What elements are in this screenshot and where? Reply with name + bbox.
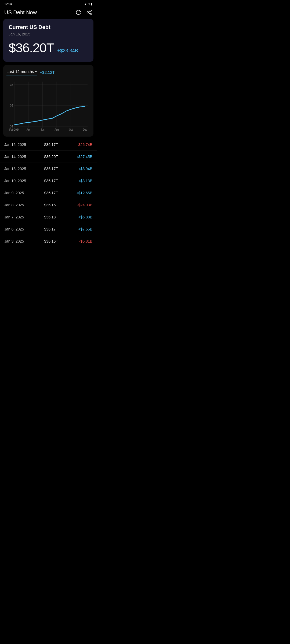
row-date: Jan 8, 2025 bbox=[4, 203, 37, 207]
status-bar: 12:04 ▲ □ ▮ bbox=[0, 0, 97, 7]
refresh-button[interactable] bbox=[75, 9, 82, 16]
chart-period-change: +$2.12T bbox=[40, 70, 55, 75]
table-row: Jan 10, 2025 $36.17T +$3.13B bbox=[0, 175, 97, 187]
svg-text:36: 36 bbox=[10, 104, 13, 107]
table-row: Jan 8, 2025 $36.15T -$24.93B bbox=[0, 199, 97, 211]
svg-text:Apr: Apr bbox=[27, 128, 30, 131]
table-row: Jan 9, 2025 $36.17T +$12.65B bbox=[0, 187, 97, 199]
data-table: Jan 15, 2025 $36.17T -$26.74B Jan 14, 20… bbox=[0, 139, 97, 247]
svg-line-3 bbox=[88, 13, 90, 14]
debt-card-date: Jan 16, 2025 bbox=[9, 32, 88, 36]
row-change: +$6.88B bbox=[65, 215, 93, 219]
table-row: Jan 7, 2025 $36.18T +$6.88B bbox=[0, 211, 97, 223]
chart-card: Last 12 months ▾ +$2.12T 38 36 34 Feb 20 bbox=[3, 65, 93, 137]
app-bar-actions bbox=[75, 9, 92, 16]
app-title: US Debt Now bbox=[4, 9, 37, 16]
debt-chart: 38 36 34 Feb 2024 Apr Jun Aug Oct Dec bbox=[6, 79, 90, 132]
status-time: 12:04 bbox=[4, 2, 12, 6]
status-icons: ▲ □ ▮ bbox=[84, 2, 92, 6]
row-date: Jan 7, 2025 bbox=[4, 215, 37, 219]
table-row: Jan 15, 2025 $36.17T -$26.74B bbox=[0, 139, 97, 151]
signal-icon: ▲ bbox=[84, 2, 87, 6]
row-date: Jan 3, 2025 bbox=[4, 239, 37, 243]
row-date: Jan 6, 2025 bbox=[4, 227, 37, 231]
debt-amount: $36.20T bbox=[9, 41, 54, 55]
table-row: Jan 14, 2025 $36.20T +$27.45B bbox=[0, 151, 97, 163]
row-amount: $36.18T bbox=[37, 215, 65, 219]
time-selector-label: Last 12 months bbox=[6, 69, 34, 74]
row-change: +$7.65B bbox=[65, 227, 93, 231]
svg-text:38: 38 bbox=[10, 83, 13, 86]
svg-text:Dec: Dec bbox=[83, 128, 87, 131]
debt-amount-row: $36.20T +$23.34B bbox=[9, 41, 88, 55]
debt-card: Current US Debt Jan 16, 2025 $36.20T +$2… bbox=[3, 19, 93, 62]
row-amount: $36.20T bbox=[37, 155, 65, 159]
svg-text:Aug: Aug bbox=[55, 128, 59, 131]
svg-text:Oct: Oct bbox=[69, 128, 73, 131]
row-date: Jan 14, 2025 bbox=[4, 155, 37, 159]
svg-line-4 bbox=[88, 11, 90, 12]
wifi-icon: □ bbox=[88, 2, 90, 6]
svg-text:Jun: Jun bbox=[41, 128, 44, 131]
debt-daily-change: +$23.34B bbox=[57, 48, 78, 54]
row-change: -$5.81B bbox=[65, 239, 93, 243]
row-amount: $36.17T bbox=[37, 227, 65, 231]
battery-icon: ▮ bbox=[91, 2, 92, 6]
debt-card-title: Current US Debt bbox=[9, 24, 88, 30]
chart-header: Last 12 months ▾ +$2.12T bbox=[6, 69, 90, 75]
row-date: Jan 9, 2025 bbox=[4, 191, 37, 195]
row-change: -$26.74B bbox=[65, 142, 93, 147]
table-row: Jan 3, 2025 $36.16T -$5.81B bbox=[0, 235, 97, 247]
row-amount: $36.17T bbox=[37, 191, 65, 195]
row-change: -$24.93B bbox=[65, 203, 93, 207]
row-change: +$27.45B bbox=[65, 155, 93, 159]
row-amount: $36.17T bbox=[37, 179, 65, 183]
row-date: Jan 13, 2025 bbox=[4, 167, 37, 171]
table-row: Jan 13, 2025 $36.17T +$3.94B bbox=[0, 163, 97, 175]
chevron-down-icon: ▾ bbox=[35, 70, 37, 74]
row-amount: $36.17T bbox=[37, 142, 65, 147]
share-button[interactable] bbox=[86, 9, 92, 16]
row-date: Jan 15, 2025 bbox=[4, 142, 37, 147]
row-date: Jan 10, 2025 bbox=[4, 179, 37, 183]
table-row: Jan 6, 2025 $36.17T +$7.65B bbox=[0, 223, 97, 235]
row-amount: $36.15T bbox=[37, 203, 65, 207]
chart-container: 38 36 34 Feb 2024 Apr Jun Aug Oct Dec bbox=[6, 79, 90, 133]
svg-text:Feb 2024: Feb 2024 bbox=[9, 128, 19, 131]
app-bar: US Debt Now bbox=[0, 7, 97, 19]
svg-text:34: 34 bbox=[10, 125, 13, 128]
row-amount: $36.16T bbox=[37, 239, 65, 243]
row-amount: $36.17T bbox=[37, 167, 65, 171]
row-change: +$3.94B bbox=[65, 167, 93, 171]
row-change: +$3.13B bbox=[65, 179, 93, 183]
row-change: +$12.65B bbox=[65, 191, 93, 195]
time-selector[interactable]: Last 12 months ▾ bbox=[6, 69, 37, 75]
